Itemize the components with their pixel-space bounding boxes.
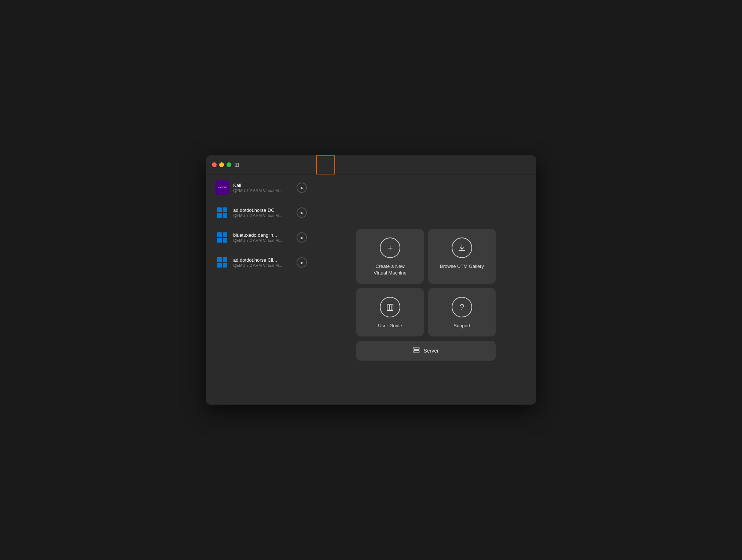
close-button[interactable] [212, 162, 217, 167]
support-label: Support [453, 323, 470, 329]
vm-name: Kali [233, 183, 293, 188]
vm-desc: QEMU 7.2 ARM Virtual M... [233, 213, 293, 218]
vm-name: ad.dotdot.horse DC [233, 207, 293, 213]
vm-icon [215, 205, 229, 220]
vm-info: bluetuxedo.danglin... QEMU 7.2 ARM Virtu… [233, 232, 293, 243]
server-button[interactable]: Server [356, 341, 496, 361]
vm-icon [215, 255, 229, 270]
windows-icon [215, 205, 229, 220]
windows-icon [215, 255, 229, 270]
kali-icon: kaliOS [215, 180, 229, 195]
support-button[interactable]: ? Support [428, 288, 496, 336]
create-button[interactable]: + Create a NewVirtual Machine [356, 229, 424, 284]
userguide-icon [380, 297, 400, 317]
minimize-button[interactable] [219, 162, 224, 167]
vm-name: ad.dotdot.horse Cli... [233, 257, 293, 263]
main-window: ⊞ kaliOS Kali QEMU 7.2 ARM Virtual M... … [206, 155, 536, 405]
create-label: Create a NewVirtual Machine [374, 263, 406, 276]
vm-info: ad.dotdot.horse Cli... QEMU 7.2 ARM Virt… [233, 257, 293, 268]
sidebar-item-bluetuxedo[interactable]: bluetuxedo.danglin... QEMU 7.2 ARM Virtu… [209, 226, 313, 249]
windows-icon [215, 230, 229, 245]
server-icon [413, 347, 420, 355]
browse-icon [452, 237, 472, 258]
create-icon: + [380, 237, 400, 258]
titlebar-left: ⊞ [206, 162, 316, 168]
actions-grid: + Create a NewVirtual Machine Browse UTM… [356, 229, 496, 361]
titlebar-right [316, 155, 536, 174]
browse-label: Browse UTM Gallery [440, 263, 484, 270]
sidebar-toggle-icon: ⊞ [234, 162, 239, 168]
play-button[interactable]: ▶ [297, 207, 307, 218]
sidebar-item-kali[interactable]: kaliOS Kali QEMU 7.2 ARM Virtual M... ▶ [209, 176, 313, 199]
browse-button[interactable]: Browse UTM Gallery [428, 229, 496, 284]
vm-info: ad.dotdot.horse DC QEMU 7.2 ARM Virtual … [233, 207, 293, 218]
support-icon: ? [452, 297, 472, 317]
server-label: Server [423, 348, 438, 354]
vm-desc: QEMU 7.2 ARM Virtual M... [233, 263, 293, 268]
traffic-lights [212, 162, 231, 167]
maximize-button[interactable] [227, 162, 231, 167]
vm-icon [215, 230, 229, 245]
userguide-label: User Guide [378, 323, 402, 329]
play-button[interactable]: ▶ [297, 257, 307, 268]
play-button[interactable]: ▶ [297, 183, 307, 193]
main-area: + Create a NewVirtual Machine Browse UTM… [316, 174, 536, 405]
add-vm-button[interactable] [316, 155, 335, 174]
titlebar: ⊞ [206, 155, 536, 174]
userguide-button[interactable]: User Guide [356, 288, 424, 336]
vm-desc: QEMU 7.2 ARM Virtual M... [233, 238, 293, 243]
sidebar: kaliOS Kali QEMU 7.2 ARM Virtual M... ▶ … [206, 174, 316, 405]
vm-info: Kali QEMU 7.2 ARM Virtual M... [233, 183, 293, 193]
vm-desc: QEMU 7.2 ARM Virtual M... [233, 188, 293, 193]
sidebar-item-ad-dotdot-dc[interactable]: ad.dotdot.horse DC QEMU 7.2 ARM Virtual … [209, 201, 313, 224]
vm-name: bluetuxedo.danglin... [233, 232, 293, 238]
sidebar-item-ad-dotdot-cli[interactable]: ad.dotdot.horse Cli... QEMU 7.2 ARM Virt… [209, 251, 313, 274]
content-area: kaliOS Kali QEMU 7.2 ARM Virtual M... ▶ … [206, 174, 536, 405]
vm-icon: kaliOS [215, 180, 229, 195]
play-button[interactable]: ▶ [297, 232, 307, 243]
